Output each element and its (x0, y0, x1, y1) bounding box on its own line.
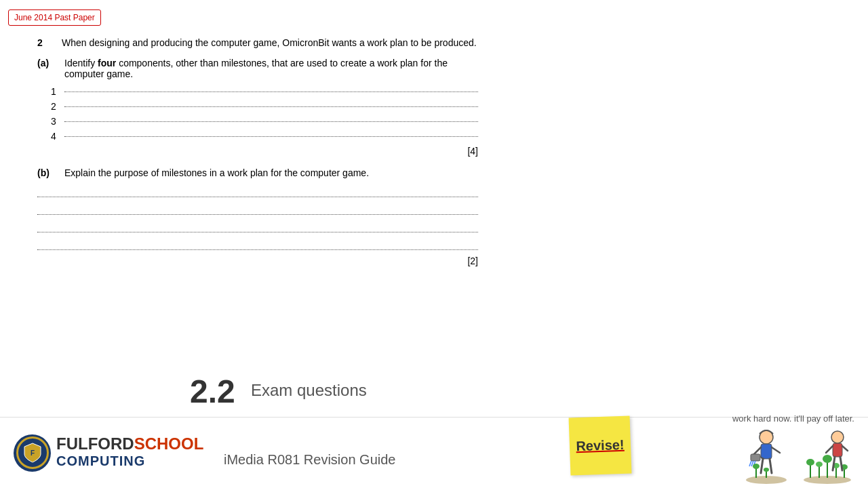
svg-point-21 (816, 462, 823, 467)
svg-line-7 (772, 447, 780, 453)
logo-text-area: FULFORDSCHOOL COMPUTING (56, 436, 203, 470)
b-line-1-fill (37, 197, 478, 197)
part-b-label: (b) (37, 167, 58, 178)
part-a-text: Identify four components, other than mil… (64, 58, 478, 79)
section-number: 2.2 (190, 373, 235, 410)
fulford-text: FULFORDSCHOOL (56, 434, 203, 453)
line-4-num: 4 (51, 131, 60, 142)
figure-2-icon (800, 420, 854, 485)
svg-point-14 (753, 464, 760, 469)
question-part-a: (a) Identify four components, other than… (37, 58, 478, 157)
part-a-lines: 1 2 3 4 (51, 86, 478, 142)
past-paper-badge: June 2014 Past Paper (8, 9, 101, 26)
footer-bar: F FULFORDSCHOOL COMPUTING iMedia R081 Re… (0, 417, 868, 488)
svg-point-19 (806, 459, 814, 466)
b-line-2-fill (37, 214, 478, 215)
line-2-num: 2 (51, 101, 60, 112)
svg-point-16 (764, 468, 769, 472)
svg-line-33 (842, 446, 848, 451)
main-content: 2 When designing and producing the compu… (37, 37, 478, 277)
svg-point-28 (831, 431, 844, 443)
part-a-label: (a) (37, 58, 58, 79)
question-intro: 2 When designing and producing the compu… (37, 37, 478, 48)
guide-title: iMedia R081 Revision Guide (224, 452, 395, 468)
b-line-4-row (37, 238, 478, 250)
cartoon-area (743, 420, 854, 485)
part-b-header: (b) Explain the purpose of milestones in… (37, 167, 478, 178)
b-line-1-row (37, 185, 478, 197)
svg-rect-8 (751, 454, 760, 461)
figure-1-icon (743, 420, 790, 485)
b-line-3-fill (37, 232, 478, 232)
svg-line-32 (826, 446, 833, 453)
school-logo: F (14, 434, 51, 472)
line-3-num: 3 (51, 116, 60, 127)
line-4-fill (64, 136, 478, 137)
svg-rect-3 (761, 444, 772, 459)
line-1-num: 1 (51, 86, 60, 97)
question-number: 2 (37, 37, 51, 48)
line-2-fill (64, 106, 478, 107)
fulford-school-text: FULFORDSCHOOL (56, 436, 203, 452)
svg-point-23 (823, 455, 832, 463)
question-part-b: (b) Explain the purpose of milestones in… (37, 167, 478, 266)
svg-line-31 (840, 457, 842, 470)
part-b-lines (37, 185, 478, 250)
svg-line-30 (833, 457, 835, 470)
sticky-note: Revise! (569, 415, 632, 475)
svg-line-4 (761, 459, 763, 473)
logo-circle-inner: F (16, 436, 49, 469)
part-b-marks: [2] (37, 256, 478, 266)
logo-area: F FULFORDSCHOOL COMPUTING (14, 434, 203, 472)
line-1-row: 1 (51, 86, 478, 97)
svg-rect-29 (833, 443, 842, 457)
b-line-3-row (37, 220, 478, 232)
line-4-row: 4 (51, 131, 478, 142)
section-label: Exam questions (251, 381, 367, 400)
svg-line-5 (770, 459, 772, 473)
line-2-row: 2 (51, 101, 478, 112)
sticky-note-text: Revise! (576, 437, 625, 454)
part-b-text: Explain the purpose of milestones in a w… (64, 167, 369, 178)
question-intro-text: When designing and producing the compute… (62, 37, 477, 48)
b-line-2-row (37, 203, 478, 215)
b-line-4-fill (37, 249, 478, 250)
line-3-fill (64, 121, 478, 122)
part-a-marks: [4] (37, 146, 478, 157)
svg-text:F: F (30, 449, 34, 457)
line-3-row: 3 (51, 116, 478, 127)
line-1-fill (64, 92, 478, 92)
crest-icon: F (23, 442, 42, 464)
part-a-header: (a) Identify four components, other than… (37, 58, 478, 79)
computing-text: COMPUTING (56, 452, 203, 470)
svg-line-10 (749, 461, 751, 466)
